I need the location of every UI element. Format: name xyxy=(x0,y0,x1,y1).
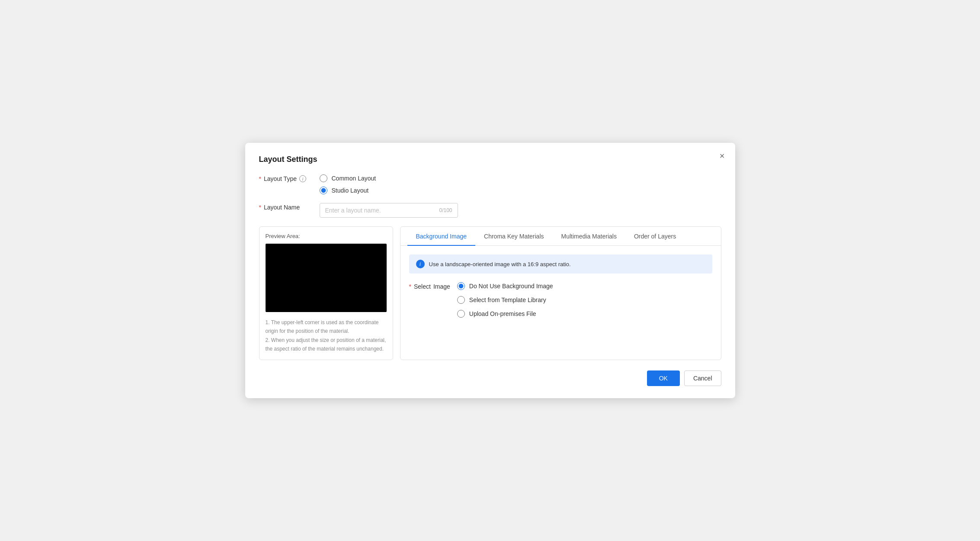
common-layout-option[interactable]: Common Layout xyxy=(320,174,376,182)
no-bg-label: Do Not Use Background Image xyxy=(469,283,553,290)
layout-name-input-wrapper: 0/100 xyxy=(320,203,458,218)
upload-file-label: Upload On-premises File xyxy=(469,310,536,317)
tabs-header: Background Image Chroma Key Materials Mu… xyxy=(400,227,721,246)
tabs-panel: Background Image Chroma Key Materials Mu… xyxy=(400,226,721,360)
layout-name-text: Layout Name xyxy=(264,204,300,211)
ok-button[interactable]: OK xyxy=(647,370,680,386)
help-icon[interactable]: i xyxy=(299,175,306,182)
cancel-button[interactable]: Cancel xyxy=(684,370,721,386)
layout-name-row: * Layout Name 0/100 xyxy=(259,203,721,218)
upload-file-option[interactable]: Upload On-premises File xyxy=(457,310,553,318)
tab-background[interactable]: Background Image xyxy=(407,227,476,246)
background-tab-content: i Use a landscape-oriented image with a … xyxy=(400,246,721,326)
preview-notes: 1. The upper-left corner is used as the … xyxy=(266,318,387,354)
studio-layout-option[interactable]: Studio Layout xyxy=(320,187,376,194)
preview-note-1: 1. The upper-left corner is used as the … xyxy=(266,318,387,336)
info-text: Use a landscape-oriented image with a 16… xyxy=(429,261,571,267)
required-star: * xyxy=(259,175,261,182)
layout-type-text: Layout Type xyxy=(264,175,297,182)
tab-chroma[interactable]: Chroma Key Materials xyxy=(475,227,553,246)
close-button[interactable]: × xyxy=(720,151,725,160)
content-area: Preview Area: 1. The upper-left corner i… xyxy=(259,226,721,360)
template-library-option[interactable]: Select from Template Library xyxy=(457,296,553,304)
upload-file-radio[interactable] xyxy=(457,310,465,318)
template-library-label: Select from Template Library xyxy=(469,296,546,303)
studio-layout-label: Studio Layout xyxy=(332,187,369,194)
layout-name-input[interactable] xyxy=(325,207,436,214)
info-icon: i xyxy=(416,260,425,268)
info-banner: i Use a landscape-oriented image with a … xyxy=(409,254,712,274)
common-layout-label: Common Layout xyxy=(332,175,376,182)
image-text: Image xyxy=(433,283,450,290)
preview-label: Preview Area: xyxy=(266,233,387,239)
dialog-title: Layout Settings xyxy=(259,155,721,164)
no-bg-option[interactable]: Do Not Use Background Image xyxy=(457,282,553,290)
required-star-name: * xyxy=(259,204,261,211)
template-library-radio[interactable] xyxy=(457,296,465,304)
char-count: 0/100 xyxy=(439,207,452,213)
studio-layout-radio[interactable] xyxy=(320,187,327,194)
preview-note-2: 2. When you adjust the size or position … xyxy=(266,336,387,354)
preview-panel: Preview Area: 1. The upper-left corner i… xyxy=(259,226,393,360)
dialog-footer: OK Cancel xyxy=(259,370,721,386)
select-text: Select xyxy=(414,283,431,290)
no-bg-radio[interactable] xyxy=(457,282,465,290)
layout-type-label: * Layout Type i xyxy=(259,174,320,182)
required-star-select: * xyxy=(409,283,411,290)
tab-layers[interactable]: Order of Layers xyxy=(625,227,685,246)
layout-name-label: * Layout Name xyxy=(259,203,320,211)
tab-multimedia[interactable]: Multimedia Materials xyxy=(553,227,625,246)
select-image-label: * Select Image xyxy=(409,282,450,290)
layout-type-row: * Layout Type i Common Layout Studio Lay… xyxy=(259,174,721,194)
layout-type-options: Common Layout Studio Layout xyxy=(320,174,376,194)
layout-settings-dialog: Layout Settings × * Layout Type i Common… xyxy=(245,143,735,398)
select-image-row: * Select Image Do Not Use Background Ima… xyxy=(409,282,712,318)
common-layout-radio[interactable] xyxy=(320,174,327,182)
image-options: Do Not Use Background Image Select from … xyxy=(457,282,553,318)
preview-canvas xyxy=(266,244,387,312)
